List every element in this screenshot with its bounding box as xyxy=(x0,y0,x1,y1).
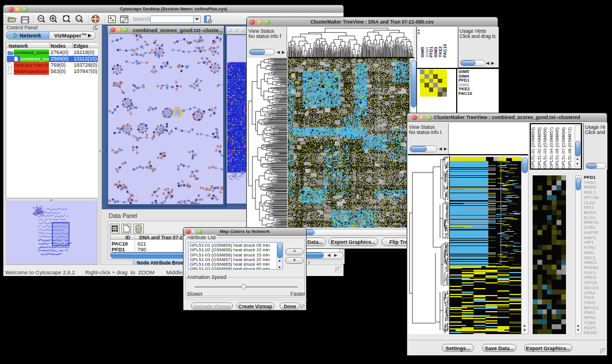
svg-text:Search:: Search: xyxy=(133,16,152,22)
svg-text:1:1: 1:1 xyxy=(76,17,81,21)
